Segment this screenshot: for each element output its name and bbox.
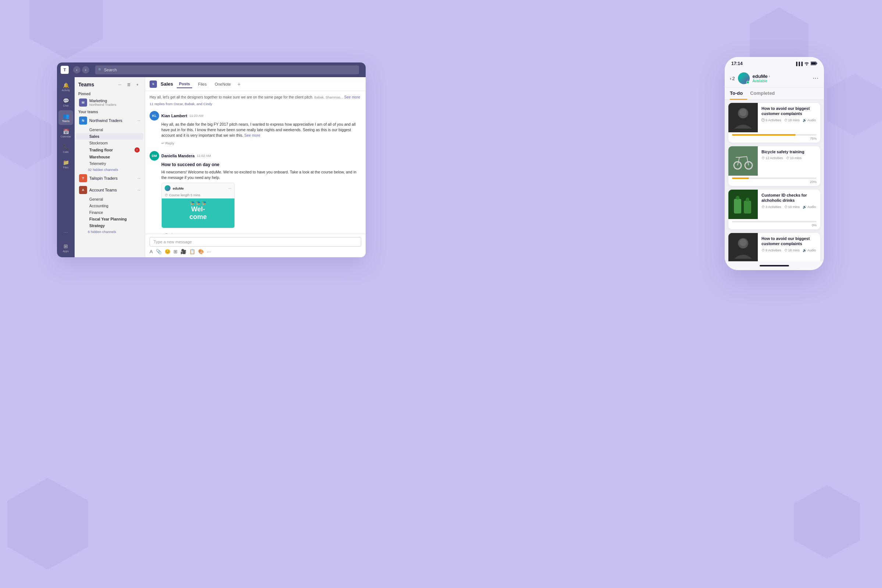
panel-actions: ··· ☰ + xyxy=(116,81,141,88)
add-tab-button[interactable]: + xyxy=(237,81,240,87)
channel-fiscal-year-planning[interactable]: Fiscal Year Planning xyxy=(76,216,143,222)
apps-toolbar-icon[interactable]: ⊞ xyxy=(174,249,177,254)
tab-completed[interactable]: Completed xyxy=(750,87,779,100)
msg3-time: 11:02 AM xyxy=(196,154,211,158)
sidebar-item-chat[interactable]: 💬 Chat xyxy=(58,95,73,110)
channel-warehouse[interactable]: Warehouse xyxy=(76,154,143,160)
course-card-2[interactable]: Bicycle safety training ⏱ 12 Activities … xyxy=(728,146,820,186)
tailspin-more-button[interactable]: ··· xyxy=(138,176,140,180)
mobile-more-button[interactable]: ··· xyxy=(813,75,819,82)
course-card-1[interactable]: How to avoid our biggest customer compla… xyxy=(728,103,820,142)
tab-posts[interactable]: Posts xyxy=(177,80,192,88)
search-bar[interactable]: 🔍 Search xyxy=(95,65,359,74)
course-card-1-inner: How to avoid our biggest customer compla… xyxy=(728,103,820,132)
team-item-marketing[interactable]: M Marketing Northwind Traders xyxy=(76,97,143,108)
msg3-reply-btn[interactable]: ↩ Reply xyxy=(150,230,361,234)
svg-rect-14 xyxy=(728,190,758,219)
attach-icon[interactable]: 📎 xyxy=(156,249,162,254)
back-count: 2 xyxy=(732,76,735,81)
channel-strategy[interactable]: Strategy xyxy=(76,222,143,229)
whiteboard-icon[interactable]: 🎨 xyxy=(198,249,204,254)
channel-general-account[interactable]: General xyxy=(76,196,143,202)
pinned-section-label: Pinned xyxy=(75,90,145,97)
panel-filter-button[interactable]: ☰ xyxy=(125,81,132,88)
meet-icon[interactable]: 🎥 xyxy=(180,249,186,254)
channel-general-northwind[interactable]: General xyxy=(76,126,143,133)
panel-add-button[interactable]: + xyxy=(134,81,141,88)
course-2-progress-bar xyxy=(732,177,817,179)
signal-icon: ▐▐▐ xyxy=(795,62,802,66)
panel-more-button[interactable]: ··· xyxy=(116,81,123,88)
back-button[interactable]: ‹ 2 xyxy=(730,76,735,81)
tailspin-name: Tailspin Traders xyxy=(89,176,135,180)
tab-onenote[interactable]: OneNote xyxy=(212,81,233,88)
channel-telemetry[interactable]: Telemetry xyxy=(76,160,143,167)
course-3-duration: ⏱ 10 mins xyxy=(784,205,800,209)
marketing-info: Marketing Northwind Traders xyxy=(89,99,140,106)
course-card-3-inner: Customer ID checks for alchoholic drinks… xyxy=(728,190,820,219)
svg-point-3 xyxy=(740,75,747,82)
nav-back-button[interactable]: ‹ xyxy=(73,66,81,74)
channel-stockroom[interactable]: Stockroom xyxy=(76,140,143,146)
tab-files[interactable]: Files xyxy=(196,81,209,88)
channel-sales[interactable]: Sales xyxy=(76,133,143,140)
sidebar-item-teams[interactable]: 👥 Teams xyxy=(58,110,73,125)
channel-finance[interactable]: Finance xyxy=(76,209,143,216)
nav-forward-button[interactable]: › xyxy=(82,66,89,74)
card-menu-button[interactable]: ··· xyxy=(229,186,231,190)
course-card-3[interactable]: Customer ID checks for alchoholic drinks… xyxy=(728,190,820,230)
tab-todo[interactable]: To-do xyxy=(730,87,747,100)
emoji-icon[interactable]: 😊 xyxy=(165,249,171,254)
account-teams-name: Account Teams xyxy=(89,188,135,192)
course-1-progress-bar xyxy=(732,134,817,136)
course-2-activities: ⏱ 12 Activities xyxy=(762,156,783,160)
tailspin-avatar: T xyxy=(79,174,87,182)
northwind-hidden-channels[interactable]: 32 hidden channels xyxy=(75,167,145,172)
account-teams-more-button[interactable]: ··· xyxy=(138,188,140,192)
course-4-info: How to avoid our biggest customer compla… xyxy=(758,233,820,261)
course-card-4[interactable]: How to avoid our biggest customer compla… xyxy=(728,233,820,261)
sidebar-item-apps[interactable]: ⊞ Apps xyxy=(58,240,73,255)
channel-trading-floor[interactable]: Trading floor ! xyxy=(76,146,143,154)
home-bar xyxy=(760,265,789,266)
msg1-replies[interactable]: 11 replies from Oscar, Babak, and Cindy xyxy=(150,102,361,106)
marketing-subname: Northwind Traders xyxy=(89,103,140,106)
northwind-more-button[interactable]: ··· xyxy=(138,119,140,122)
sidebar-item-calls[interactable]: 📞 Calls xyxy=(58,141,73,156)
back-chevron-icon: ‹ xyxy=(730,76,731,81)
team-item-account-teams[interactable]: A Account Teams ··· xyxy=(76,184,143,196)
course-2-thumbnail xyxy=(728,146,758,176)
sidebar-item-more[interactable]: ··· xyxy=(58,225,73,240)
trading-floor-badge: ! xyxy=(135,147,140,153)
account-teams-hidden-channels[interactable]: 6 hidden channels xyxy=(75,229,145,234)
team-item-northwind[interactable]: N Northwind Traders ··· xyxy=(76,115,143,126)
message-input[interactable]: Type a new message xyxy=(150,237,361,247)
user-name-chevron-icon: › xyxy=(769,74,770,78)
chat-team-avatar: S xyxy=(150,81,157,88)
more-toolbar-button[interactable]: ··· xyxy=(207,249,211,254)
msg3-subject: How to succeed on day one xyxy=(150,162,361,168)
channel-accounting[interactable]: Accounting xyxy=(76,202,143,209)
course-card-4-inner: How to avoid our biggest customer compla… xyxy=(728,233,820,261)
edume-label: eduMe xyxy=(173,186,184,190)
course-4-meta: ⏱ 9 Activities ⏱ 18 mins 🔊 Audio xyxy=(762,248,817,252)
msg3-text: Hi newcomers! Welcome to eduMe. We're so… xyxy=(150,170,361,180)
msg1-seemore[interactable]: See more xyxy=(344,95,360,99)
team-item-tailspin[interactable]: T Tailspin Traders ··· xyxy=(76,172,143,184)
sidebar-item-calendar[interactable]: 📅 Calendar xyxy=(58,126,73,140)
course-1-thumbnail xyxy=(728,103,758,132)
msg2-time: 11:23 AM xyxy=(189,114,203,118)
sidebar-item-activity[interactable]: 🔔 Activity xyxy=(58,80,73,94)
format-icon[interactable]: A xyxy=(150,249,153,254)
mobile-status-bar: 17:14 ▐▐▐ xyxy=(725,57,824,70)
teams-body: 🔔 Activity 💬 Chat 👥 Teams 📅 Calendar 📞 C… xyxy=(57,77,366,257)
schedule-icon[interactable]: 📋 xyxy=(189,249,195,254)
course-1-meta: 9 Activities ⏱ 18 mins 🔊 Audio xyxy=(762,118,817,122)
msg2-reply-btn[interactable]: ↩ Reply xyxy=(150,139,361,146)
user-avatar-mobile xyxy=(738,72,750,84)
sidebar-item-files[interactable]: 📁 Files xyxy=(58,156,73,171)
course-2-duration: ⏱ 10 mins xyxy=(786,156,802,160)
welcome-card-header: eduMe ··· xyxy=(162,183,234,193)
msg2-seemore[interactable]: See more xyxy=(244,134,260,138)
course-1-duration: ⏱ 18 mins xyxy=(784,118,800,122)
